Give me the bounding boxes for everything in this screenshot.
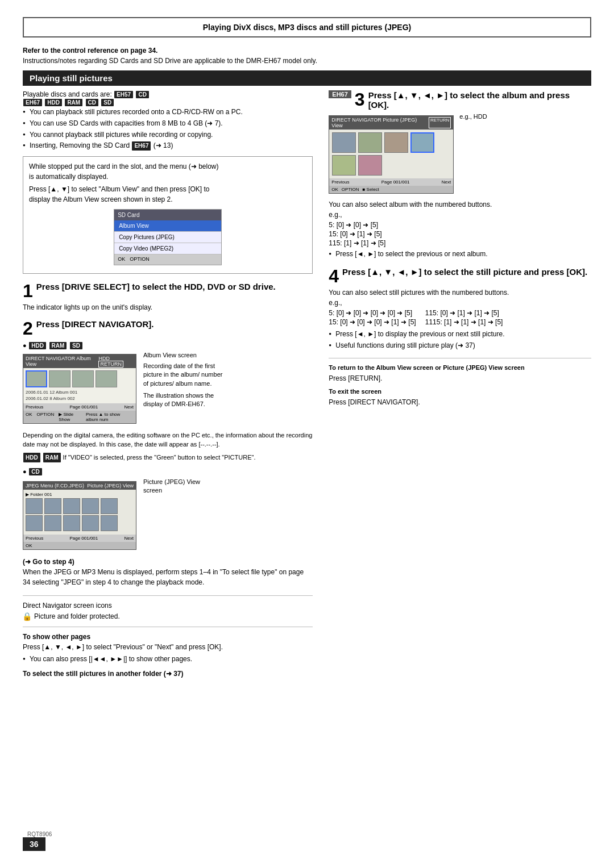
bullet-3: You cannot playback still pictures while… — [23, 130, 313, 140]
step4-bullet-useful: Useful functions during still picture pl… — [329, 341, 591, 350]
refer-line2: Instructions/notes regarding SD Cards an… — [23, 57, 591, 65]
step3-option: OPTION — [342, 187, 359, 192]
step4-num-right-1: 115: [0] ➜ [1] ➜ [1] ➜ [5] — [425, 309, 503, 317]
thumb-3 — [72, 370, 94, 387]
step2-note2: HDD RAM If "VIDEO" is selected, press th… — [23, 453, 313, 462]
step2-hdd-body: 2006.01.01 12 Album 001 2006.01.02 8 Alb… — [23, 368, 136, 403]
badge-hdd-note: HDD — [23, 453, 40, 462]
cd-footer-prev: Previous — [26, 536, 43, 541]
badge-hdd-1: HDD — [45, 99, 62, 106]
step2-hdd-screen-row: DIRECT NAVIGATOR Album View HDD RETURN 2… — [23, 352, 313, 426]
step3-header-return: RETURN — [429, 117, 451, 128]
cd-thumb-5 — [101, 498, 118, 514]
top-banner-title: Playing DivX discs, MP3 discs and still … — [32, 23, 582, 32]
step3-thumbs — [331, 132, 451, 176]
step2-header: 2 Press [DIRECT NAVIGATOR]. — [23, 319, 313, 337]
step3-also-desc: You can also select album with the numbe… — [329, 201, 591, 208]
step2-badge-ram: RAM — [49, 342, 67, 349]
cd-screen-bottom: OK — [23, 542, 136, 549]
cd-ok: OK — [26, 543, 32, 548]
step2-hdd-thumbs — [26, 370, 134, 387]
badge-sd-1: SD — [101, 99, 114, 106]
cd-thumb-7 — [44, 515, 61, 531]
step4-num-right: 115: [0] ➜ [1] ➜ [1] ➜ [5] 1115: [1] ➜ [… — [425, 309, 503, 327]
to-select-still: To select the still pictures in another … — [23, 670, 313, 678]
cd-screen-label: Picture (JPEG) View screen — [143, 478, 217, 495]
cd-thumb-4 — [82, 498, 99, 514]
cd-header-right: Picture (JPEG) View — [87, 483, 134, 489]
playable-prefix: Playable discs and cards are: EH57 CD EH… — [23, 90, 313, 106]
step3-header: EH67 3 Press [▲, ▼, ◄, ►] to select the … — [329, 90, 591, 110]
step2-title: Press [DIRECT NAVIGATOR]. — [36, 319, 154, 329]
badge-eh67-inline: EH67 — [132, 141, 151, 151]
left-column: Playable discs and cards are: EH57 CD EH… — [23, 90, 313, 712]
cd-screen-footer: Previous Page 001/001 Next — [23, 535, 136, 542]
step3-ok: OK — [331, 187, 338, 192]
sd-menu-option: OPTION — [130, 256, 150, 264]
cd-thumbs — [26, 498, 134, 514]
sd-menu-title: SD Card — [114, 210, 221, 220]
step3-number: 3 — [355, 90, 365, 108]
step3-footer-next: Next — [442, 180, 451, 185]
sd-menu-mockup: SD Card Album View Copy Pictures (JPEG) … — [114, 209, 222, 265]
footer-next: Next — [125, 404, 134, 410]
bullet-1: You can playback still pictures recorded… — [23, 107, 313, 117]
step3-screen-bottom: OK OPTION ■ Select — [329, 186, 453, 193]
step2-hdd-bottom: OK OPTION ▶ Slide Show Press ▲ to show a… — [23, 411, 136, 423]
exit-note: To exit the screen Press [DIRECT NAVIGAT… — [329, 388, 591, 407]
step2-hdd-header-left: DIRECT NAVIGATOR Album View — [26, 356, 98, 367]
step2-badge-sd: SD — [70, 342, 82, 349]
badge-eh67: EH67 — [23, 99, 42, 106]
info-line3: Press [▲, ▼] to select "Album View" and … — [29, 184, 306, 194]
step2-cd-header: JPEG Menu (F.CD.JPEG) Picture (JPEG) Vie… — [23, 482, 136, 490]
bullet-4: Inserting, Removing the SD Card EH67 (➜ … — [23, 141, 313, 151]
info-line2: is automatically displayed. — [29, 172, 306, 182]
cd-thumb-6 — [26, 515, 43, 531]
show-other-pages-desc: Press [▲, ▼, ◄, ►] to select "Previous" … — [23, 642, 313, 652]
step3-thumb-5 — [332, 155, 356, 176]
footer-option: OPTION — [37, 412, 55, 422]
cd-thumb-8 — [63, 515, 80, 531]
step2-hdd-dates: 2006.01.01 12 Album 001 — [26, 390, 134, 395]
step1-title: Press [DRIVE SELECT] to select the HDD, … — [36, 282, 276, 291]
step2-badge-hdd: HDD — [29, 342, 46, 349]
badge-ram-1: RAM — [65, 99, 82, 106]
step3-badge: EH67 — [329, 90, 351, 98]
step3-thumb-3 — [384, 132, 408, 153]
step4-bullets: Press [◄, ►] to display the previous or … — [329, 329, 591, 350]
icon-note-row: 🔒 Picture and folder protected. — [23, 612, 313, 621]
right-column: EH67 3 Press [▲, ▼, ◄, ►] to select the … — [329, 90, 591, 712]
rqt-code: RQT8906 — [27, 831, 52, 837]
step3-screen-label: e.g., HDD — [459, 113, 487, 120]
step4-num-left: 5: [0] ➜ [0] ➜ [0] ➜ [0] ➜ [5] 15: [0] ➜… — [329, 309, 416, 327]
step3-eg: e.g., — [329, 211, 591, 219]
step4-block: 4 Press [▲, ▼, ◄, ►] to select the still… — [329, 267, 591, 350]
badge-eh57: EH57 — [114, 91, 133, 98]
cd-footer-page: Page 001/001 — [69, 536, 98, 541]
footer-prev: Previous — [26, 404, 43, 410]
cd-header-left: JPEG Menu (F.CD.JPEG) — [26, 483, 84, 489]
step4-eg: e.g., — [329, 299, 591, 307]
main-two-col: Playable discs and cards are: EH57 CD EH… — [23, 90, 591, 712]
divider-1 — [23, 595, 313, 596]
step4-number: 4 — [329, 267, 339, 285]
lock-icon: 🔒 — [23, 612, 31, 621]
section-header: Playing still pictures — [23, 70, 591, 86]
step4-num-cols: 5: [0] ➜ [0] ➜ [0] ➜ [0] ➜ [5] 15: [0] ➜… — [329, 307, 591, 329]
cd-thumb-9 — [82, 515, 99, 531]
sd-menu-item-copy-video: Copy Video (MPEG2) — [114, 243, 221, 254]
step3-thumb-1 — [332, 132, 356, 153]
badge-cd-2: CD — [86, 99, 98, 106]
step2-hdd-screen: DIRECT NAVIGATOR Album View HDD RETURN 2… — [23, 354, 136, 424]
step3-thumb-2 — [358, 132, 382, 153]
step2-hdd-header-right: HDD RETURN — [98, 356, 134, 367]
step4-header: 4 Press [▲, ▼, ◄, ►] to select the still… — [329, 267, 591, 285]
step2-note1: Depending on the digital camera, the edi… — [23, 431, 313, 449]
refer-line1: Refer to the control reference on page 3… — [23, 47, 591, 55]
step3-screen-footer: Previous Page 001/001 Next — [329, 178, 453, 186]
step3-num-2: 15: [0] ➜ [1] ➜ [5] — [329, 230, 591, 238]
step3-footer-page: Page 001/001 — [381, 180, 410, 185]
step2-block: 2 Press [DIRECT NAVIGATOR]. ● HDD RAM SD… — [23, 319, 313, 587]
go-to-step4-desc: When the JPEG or MP3 Menu is displayed, … — [23, 567, 313, 587]
step2-hdd-footer: Previous Page 001/001 Next — [23, 403, 136, 411]
